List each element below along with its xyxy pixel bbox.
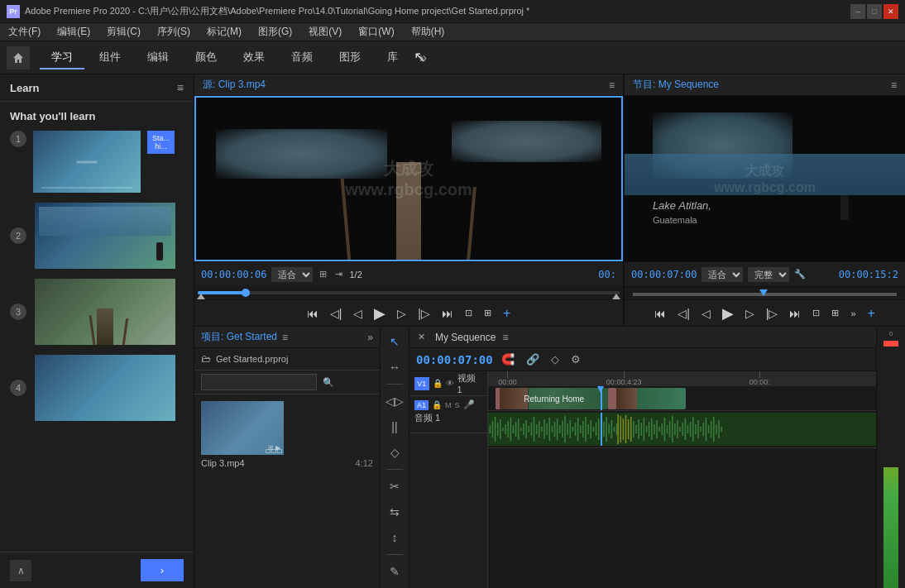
learn-thumb-4[interactable]: [35, 355, 175, 421]
menu-window[interactable]: 窗口(W): [355, 23, 397, 41]
program-monitor-menu-icon[interactable]: ≡: [891, 79, 897, 91]
timeline-menu-icon[interactable]: ≡: [502, 332, 508, 343]
tab-audio[interactable]: 音频: [280, 46, 324, 69]
track-v1-indicator[interactable]: V1: [414, 377, 429, 390]
prog-end[interactable]: ⏭: [785, 304, 805, 323]
program-video-preview[interactable]: Lake Atitlan, Guatemala 大成攻 www.rgbcg.co…: [625, 96, 905, 261]
source-video-preview[interactable]: 大成攻 www.rgbcg.com: [194, 96, 623, 261]
source-add-icon[interactable]: +: [499, 304, 515, 323]
source-loop-icon[interactable]: ⊡: [461, 305, 476, 321]
source-transport-prev[interactable]: ◁: [349, 304, 366, 323]
program-progress-bar[interactable]: [625, 286, 905, 299]
track-a1-record-icon[interactable]: 🎤: [463, 399, 475, 410]
tab-assembly[interactable]: 组件: [88, 46, 132, 69]
track-a1-indicator[interactable]: A1: [414, 400, 429, 410]
source-progress-bar[interactable]: [194, 286, 623, 299]
tab-color[interactable]: 颜色: [184, 46, 228, 69]
source-insert-icon[interactable]: ⇥: [333, 267, 344, 281]
prog-safe-margins[interactable]: ⊞: [827, 305, 843, 321]
clip-after-transition[interactable]: [616, 388, 686, 409]
program-fit-select[interactable]: 适合: [701, 267, 743, 282]
program-timecode[interactable]: 00:00:07:00: [631, 269, 697, 280]
learn-panel-menu-icon[interactable]: ≡: [177, 81, 184, 94]
prog-export[interactable]: »: [846, 306, 860, 321]
source-playhead[interactable]: [242, 289, 250, 297]
menu-sequence[interactable]: 序列(S): [154, 23, 194, 41]
menu-marker[interactable]: 标记(M): [204, 23, 245, 41]
audio-clip[interactable]: [488, 413, 876, 446]
track-a1-lock-icon[interactable]: 🔒: [432, 400, 442, 409]
source-transport-forward-frame[interactable]: |▷: [414, 304, 434, 323]
source-export-icon[interactable]: ⊞: [318, 267, 328, 281]
menu-edit[interactable]: 编辑(E): [54, 23, 93, 41]
prog-next[interactable]: ▷: [741, 304, 759, 323]
timeline-timecode[interactable]: 00:00:07:00: [416, 353, 493, 366]
tool-rate-stretch[interactable]: ◇: [383, 441, 406, 464]
prog-loop[interactable]: ⊡: [808, 305, 824, 321]
learn-prev-arrow[interactable]: ∧: [10, 560, 31, 581]
timeline-tool-magnet[interactable]: 🧲: [498, 351, 518, 367]
project-panel-menu-icon[interactable]: ≡: [282, 332, 288, 343]
timeline-tool-link[interactable]: 🔗: [523, 351, 543, 367]
track-v1-lock-icon[interactable]: 🔒: [433, 379, 443, 388]
clip-returning-home[interactable]: Returning Home: [500, 388, 608, 409]
prog-back-start[interactable]: ⏮: [650, 304, 670, 323]
menu-graphic[interactable]: 图形(G): [255, 23, 295, 41]
learn-thumb-3[interactable]: [35, 279, 175, 345]
tab-learn[interactable]: 学习: [40, 46, 84, 69]
learn-next-button[interactable]: ›: [141, 559, 184, 581]
menu-file[interactable]: 文件(F): [5, 23, 44, 41]
tab-library[interactable]: 库: [376, 46, 409, 69]
track-v1-visibility-icon[interactable]: 👁: [446, 379, 454, 388]
prog-back-frame[interactable]: ◁|: [673, 304, 694, 323]
home-icon[interactable]: [7, 46, 30, 69]
prog-prev[interactable]: ◁: [697, 304, 715, 323]
track-a1-solo[interactable]: S: [455, 401, 460, 409]
maximize-button[interactable]: □: [867, 4, 882, 19]
source-transport-play[interactable]: ▶: [370, 302, 390, 325]
source-transport-back-start[interactable]: ⏮: [303, 304, 323, 323]
prog-add[interactable]: +: [864, 304, 879, 323]
source-markers-icon[interactable]: ⊞: [480, 305, 496, 321]
tab-effects[interactable]: 效果: [232, 46, 276, 69]
source-fit-select[interactable]: 适合: [271, 267, 313, 282]
timeline-close-icon[interactable]: ✕: [418, 332, 425, 342]
timeline-tool-settings[interactable]: ⚙: [567, 351, 584, 367]
tool-rolling-edit[interactable]: ||: [383, 415, 406, 438]
menu-view[interactable]: 视图(V): [305, 23, 345, 41]
track-a1-mute[interactable]: M: [445, 401, 452, 409]
learn-start-button[interactable]: Sta...hi...: [147, 131, 175, 154]
project-search-input[interactable]: [201, 374, 317, 390]
project-clip-thumb[interactable]: ⊞ ▶: [201, 401, 284, 455]
prog-forward-frame[interactable]: |▷: [762, 304, 783, 323]
close-button[interactable]: ✕: [883, 4, 898, 19]
prog-play[interactable]: ▶: [718, 302, 738, 325]
source-transport-next[interactable]: ▷: [393, 304, 410, 323]
more-workspaces[interactable]: »: [413, 47, 433, 69]
learn-thumb-2[interactable]: [35, 203, 175, 269]
timeline-tool-markers[interactable]: ◇: [548, 351, 563, 367]
program-settings-icon[interactable]: 🔧: [794, 269, 806, 280]
tool-slip[interactable]: ⇆: [383, 500, 406, 523]
minimize-button[interactable]: ─: [850, 4, 865, 19]
program-quality-select[interactable]: 完整: [748, 267, 789, 282]
timeline-ruler: 00:00 00:00:4:23 00:00:: [488, 371, 876, 386]
tab-graphic[interactable]: 图形: [328, 46, 372, 69]
source-transport-end[interactable]: ⏭: [438, 304, 457, 323]
tool-track-select[interactable]: ↔: [383, 356, 406, 379]
svg-rect-88: [713, 417, 715, 442]
tab-edit[interactable]: 编辑: [136, 46, 180, 69]
project-panel-expand-icon[interactable]: »: [367, 332, 373, 343]
tool-select[interactable]: ↖: [383, 330, 406, 353]
menu-help[interactable]: 帮助(H): [408, 23, 448, 41]
learn-thumb-1[interactable]: [33, 131, 141, 193]
source-monitor-menu-icon[interactable]: ≡: [609, 79, 615, 91]
tool-ripple-edit[interactable]: ◁▷: [383, 390, 406, 413]
source-timecode[interactable]: 00:00:00:06: [201, 269, 266, 280]
vu-bar-left: [883, 341, 898, 588]
source-transport-back-frame[interactable]: ◁|: [326, 304, 347, 323]
menu-clip[interactable]: 剪辑(C): [103, 23, 144, 41]
tool-razor[interactable]: ✂: [383, 475, 406, 498]
tool-slide[interactable]: ↕: [383, 526, 406, 549]
tool-pen[interactable]: ✎: [383, 560, 406, 583]
